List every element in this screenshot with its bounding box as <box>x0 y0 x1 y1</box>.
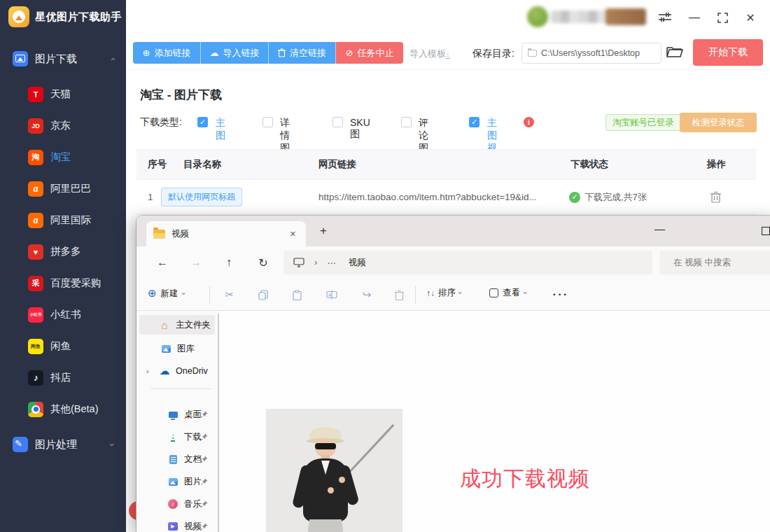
dir-name-badge[interactable]: 默认使用网页标题 <box>161 188 242 206</box>
settings-sliders-icon[interactable] <box>657 9 673 26</box>
sidebar-item-videos[interactable]: ▶ 视频 <box>136 517 216 532</box>
checkbox-main-image[interactable]: ✓ <box>197 117 208 127</box>
search-input[interactable]: 在 视频 中搜索 <box>659 251 770 274</box>
sidebar-item-tmall[interactable]: T 天猫 <box>0 78 126 110</box>
sidebar-item-alibaba[interactable]: a 阿里巴巴 <box>0 173 126 204</box>
avatar <box>527 6 548 27</box>
pin-icon <box>201 500 208 507</box>
plus-circle-icon: ⊕ <box>143 48 150 58</box>
success-annotation: 成功下载视频 <box>460 465 590 493</box>
download-table: 序号 目录名称 网页链接 下载状态 操作 1 默认使用网页标题 https://… <box>136 149 756 215</box>
more-options-icon[interactable]: • • • <box>551 286 569 304</box>
download-type-label: 下载类型: <box>140 116 182 127</box>
minimize-button[interactable]: — <box>686 9 703 26</box>
checkbox-main-video[interactable]: ✓ <box>469 117 479 127</box>
file-explorer-window: 视频 ✕ + — ← → ↑ ↻ › ⋯ 视频 在 视频 中搜索 ⊕ 新建 › … <box>136 216 770 532</box>
rename-icon[interactable]: A <box>323 286 341 304</box>
sort-button[interactable]: ↑↓ 排序 › <box>426 287 461 299</box>
browse-folder-button[interactable] <box>666 45 683 58</box>
video-thumbnail[interactable] <box>266 409 402 532</box>
breadcrumb-location[interactable]: 视频 <box>349 257 366 269</box>
sidebar-item-music[interactable]: ♪ 音乐 <box>136 494 216 514</box>
import-link-button[interactable]: ☁ 导入链接 <box>200 42 268 64</box>
table-header: 序号 目录名称 网页链接 下载状态 操作 <box>136 149 756 180</box>
sidebar-item-label: 百度爱采购 <box>50 276 102 290</box>
expand-chevron-icon[interactable]: › <box>146 367 149 375</box>
paste-icon[interactable] <box>288 286 306 304</box>
check-circle-icon: ✓ <box>569 192 580 203</box>
plus-circle-icon: ⊕ <box>148 287 157 300</box>
sidebar-item-downloads[interactable]: ↓ 下载 <box>136 427 216 447</box>
sidebar-item-doudian[interactable]: ♪ 抖店 <box>0 362 126 393</box>
label-sku-image[interactable]: SKU图 <box>350 117 370 141</box>
view-button[interactable]: 查看 › <box>489 287 526 299</box>
info-icon[interactable]: i <box>524 117 534 127</box>
sidebar-item-other-beta[interactable]: 其他(Beta) <box>0 393 126 425</box>
import-template-link[interactable]: 导入模板↓ <box>410 48 450 60</box>
up-icon[interactable]: ↑ <box>220 253 238 272</box>
check-login-button[interactable]: 检测登录状态 <box>680 113 757 132</box>
refresh-icon[interactable]: ↻ <box>254 253 272 272</box>
sidebar-scrollbar[interactable] <box>218 314 219 532</box>
chevron-down-icon: › <box>111 440 113 450</box>
delete-row-button[interactable] <box>710 180 721 214</box>
sidebar-item-baidu[interactable]: 采 百度爱采购 <box>0 267 126 299</box>
desktop-icon <box>167 412 178 418</box>
sidebar-item-jd[interactable]: JD 京东 <box>0 110 126 141</box>
sidebar-item-label: 阿里巴巴 <box>50 182 91 195</box>
save-dir-input[interactable]: C:\Users\yssoft1\Desktop <box>522 43 662 64</box>
explorer-maximize-button[interactable] <box>762 227 770 235</box>
cut-icon[interactable]: ✂ <box>220 286 239 304</box>
forward-icon[interactable]: → <box>187 253 205 272</box>
label-main-image[interactable]: 主图 <box>216 117 225 142</box>
breadcrumb-ellipsis[interactable]: ⋯ <box>327 258 336 268</box>
explorer-tabbar: 视频 ✕ + — <box>136 216 770 246</box>
delete-icon[interactable] <box>390 286 408 304</box>
sidebar-item-xianyu[interactable]: 闲鱼 闲鱼 <box>0 330 126 362</box>
sidebar-item-xiaohongshu[interactable]: 小红书 小红书 <box>0 299 126 330</box>
sidebar-item-pdd[interactable]: ♥ 拼多多 <box>0 236 126 267</box>
add-link-button[interactable]: ⊕ 添加链接 <box>133 42 200 64</box>
folder-icon <box>528 50 537 57</box>
sidebar-item-home[interactable]: ⌂ 主文件夹 <box>139 315 215 335</box>
start-download-button[interactable]: 开始下载 <box>693 39 763 66</box>
close-button[interactable]: ✕ <box>742 9 759 26</box>
sidebar-item-gallery[interactable]: 图库 <box>136 339 216 358</box>
menu-image-process[interactable]: ✎ 图片处理 › <box>0 432 126 457</box>
menu-image-download[interactable]: 图片下载 › <box>0 46 126 71</box>
back-icon[interactable]: ← <box>153 253 172 272</box>
maximize-button[interactable] <box>714 9 731 26</box>
copy-icon[interactable] <box>254 286 272 304</box>
sidebar-item-onedrive[interactable]: › ☁ OneDriv <box>136 361 216 381</box>
sidebar-item-pictures[interactable]: 图片 <box>136 472 216 491</box>
sidebar-item-taobao[interactable]: 淘 淘宝 <box>0 141 126 173</box>
col-action: 操作 <box>707 150 726 179</box>
row-status: ✓ 下载完成,共7张 <box>569 180 647 214</box>
explorer-tab-video[interactable]: 视频 ✕ <box>146 221 306 246</box>
user-account-blurred[interactable] <box>527 6 648 28</box>
tab-close-icon[interactable]: ✕ <box>287 228 299 240</box>
new-button[interactable]: ⊕ 新建 › <box>148 287 185 300</box>
col-url: 网页链接 <box>318 150 356 179</box>
address-bar[interactable]: › ⋯ 视频 <box>284 251 652 274</box>
svg-text:A: A <box>328 293 332 298</box>
sidebar-item-desktop[interactable]: 桌面 <box>136 405 216 424</box>
sidebar-item-label: 拼多多 <box>50 245 81 258</box>
new-tab-button[interactable]: + <box>320 224 327 238</box>
table-row: 1 默认使用网页标题 https://item.taobao.com/item.… <box>136 180 756 215</box>
sidebar-item-documents[interactable]: 文档 <box>136 449 216 469</box>
explorer-minimize-button[interactable]: — <box>654 223 665 234</box>
checkbox-detail-image[interactable] <box>262 117 273 127</box>
pictures-icon <box>167 478 178 486</box>
checkbox-sku-image[interactable] <box>332 117 343 127</box>
share-icon[interactable]: ↪ <box>358 286 376 304</box>
abort-task-button[interactable]: ⊘ 任务中止 <box>335 42 403 64</box>
checkbox-review-image[interactable] <box>401 117 412 127</box>
sidebar-item-ali-intl[interactable]: a 阿里国际 <box>0 204 126 236</box>
app-logo-icon <box>8 6 29 27</box>
onedrive-cloud-icon: ☁ <box>159 365 170 377</box>
clear-link-button[interactable]: 清空链接 <box>268 42 335 64</box>
pin-icon <box>201 433 208 440</box>
sidebar-item-label: 淘宝 <box>50 150 71 164</box>
app-logo-row: 星优图片下载助手 <box>8 6 122 27</box>
